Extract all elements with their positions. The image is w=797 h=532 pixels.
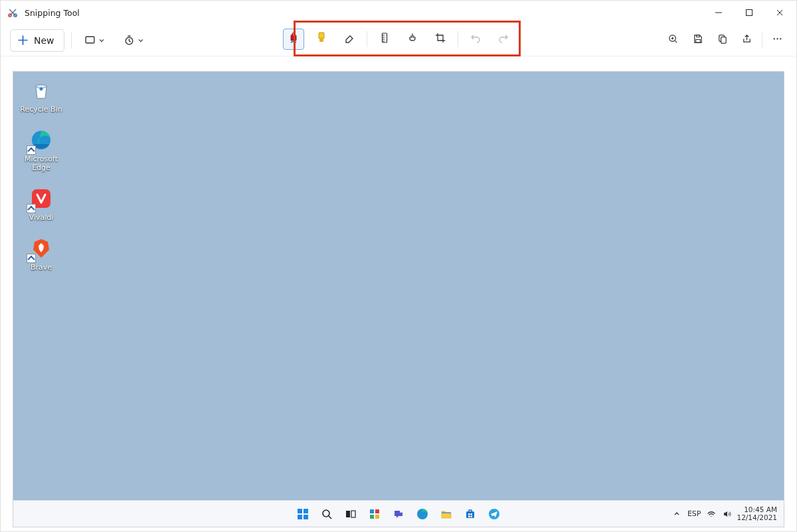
icon-label: Microsoft Edge <box>20 155 62 172</box>
icon-label: Recycle Bin <box>20 105 62 114</box>
svg-rect-26 <box>370 509 374 513</box>
icon-label: Vivaldi <box>29 213 54 222</box>
svg-point-13 <box>774 38 775 39</box>
zoom-button[interactable] <box>664 29 683 52</box>
touch-writing-button[interactable] <box>402 29 423 50</box>
tray-language[interactable]: ESP <box>687 509 701 518</box>
shortcut-overlay-icon <box>27 145 36 155</box>
save-icon <box>692 33 703 47</box>
taskbar-explorer-button[interactable] <box>438 505 455 523</box>
more-button[interactable] <box>768 29 787 52</box>
pen-tool-button[interactable] <box>283 29 304 50</box>
window-title: Snipping Tool <box>25 8 80 18</box>
app-window: Snipping Tool New <box>0 0 797 532</box>
taskbar-center <box>294 505 503 523</box>
svg-point-23 <box>323 510 329 517</box>
taskbar-store-button[interactable] <box>462 505 479 523</box>
taskbar-right: ESP 10:45 AM 12/14/2021 <box>672 501 777 527</box>
svg-rect-35 <box>468 515 470 517</box>
svg-rect-5 <box>319 33 324 39</box>
undo-button[interactable] <box>465 29 486 50</box>
delay-dropdown[interactable] <box>118 29 150 52</box>
touch-icon <box>406 32 418 46</box>
separator <box>367 31 367 47</box>
separator <box>71 33 72 48</box>
highlighter-icon <box>315 31 327 47</box>
svg-rect-19 <box>298 509 302 513</box>
svg-point-30 <box>400 510 402 513</box>
svg-rect-28 <box>370 515 374 519</box>
svg-rect-36 <box>471 515 473 517</box>
svg-rect-22 <box>304 515 308 519</box>
tray-chevron-icon[interactable] <box>672 509 682 519</box>
svg-rect-33 <box>468 513 470 515</box>
svg-rect-20 <box>304 509 308 513</box>
desktop-icons-column: Recycle Bin Microsoft Edge Vivaldi Brave <box>20 77 62 272</box>
snip-mode-dropdown[interactable] <box>78 29 111 52</box>
taskbar-start-button[interactable] <box>294 505 311 523</box>
taskbar-task-view-button[interactable] <box>342 505 359 523</box>
tray-clock[interactable]: 10:45 AM 12/14/2021 <box>737 506 777 521</box>
save-button[interactable] <box>688 29 707 52</box>
desktop-icon-recycle-bin[interactable]: Recycle Bin <box>20 77 62 114</box>
shortcut-overlay-icon <box>27 204 36 213</box>
eraser-icon <box>343 32 355 46</box>
desktop-icon-vivaldi[interactable]: Vivaldi <box>20 185 62 222</box>
maximize-button[interactable] <box>734 2 764 23</box>
desktop-icon-brave[interactable]: Brave <box>20 235 62 272</box>
share-button[interactable] <box>737 29 756 52</box>
icon-label: Brave <box>31 263 52 272</box>
svg-rect-10 <box>697 35 700 37</box>
taskbar: ESP 10:45 AM 12/14/2021 <box>13 500 784 527</box>
undo-icon <box>470 32 482 46</box>
shortcut-overlay-icon <box>27 254 36 263</box>
tray-volume-icon[interactable] <box>721 509 731 519</box>
taskbar-chat-button[interactable] <box>390 505 407 523</box>
svg-point-14 <box>776 38 778 39</box>
taskbar-widgets-button[interactable] <box>366 505 383 523</box>
pen-icon <box>288 31 300 48</box>
separator <box>458 31 458 47</box>
new-snip-label: New <box>34 35 54 46</box>
svg-rect-3 <box>86 37 94 43</box>
zoom-icon <box>667 33 679 47</box>
ruler-tool-button[interactable] <box>374 29 395 50</box>
redo-button[interactable] <box>493 29 514 50</box>
ruler-icon <box>379 32 391 46</box>
desktop-icon-microsoft-edge[interactable]: Microsoft Edge <box>20 127 62 172</box>
svg-rect-25 <box>351 511 355 517</box>
svg-rect-21 <box>298 515 302 519</box>
copy-button[interactable] <box>713 29 732 52</box>
svg-rect-2 <box>747 10 753 16</box>
more-icon <box>772 33 783 47</box>
svg-rect-24 <box>346 511 350 517</box>
canvas-area: Recycle Bin Microsoft Edge Vivaldi Brave <box>1 56 796 531</box>
minimize-button[interactable] <box>703 2 734 23</box>
right-tools-group <box>664 29 787 52</box>
toolbar: New <box>1 25 796 56</box>
crop-icon <box>434 32 446 46</box>
tray-time: 10:45 AM <box>737 506 777 514</box>
app-icon <box>7 7 18 18</box>
eraser-tool-button[interactable] <box>339 29 360 50</box>
close-button[interactable] <box>764 2 795 23</box>
svg-rect-32 <box>466 511 474 518</box>
svg-rect-6 <box>319 39 323 42</box>
taskbar-telegram-button[interactable] <box>486 505 503 523</box>
tray-date: 12/14/2021 <box>737 514 777 522</box>
desktop-wallpaper <box>13 72 784 527</box>
svg-point-15 <box>780 38 781 39</box>
svg-rect-34 <box>471 513 473 515</box>
captured-screenshot[interactable]: Recycle Bin Microsoft Edge Vivaldi Brave <box>13 71 784 527</box>
separator <box>762 33 762 48</box>
svg-rect-9 <box>696 39 701 43</box>
title-bar: Snipping Tool <box>1 1 796 25</box>
svg-rect-12 <box>721 37 727 43</box>
taskbar-search-button[interactable] <box>318 505 335 523</box>
svg-rect-27 <box>375 509 379 513</box>
tray-wifi-icon[interactable] <box>706 509 716 519</box>
taskbar-edge-button[interactable] <box>414 505 431 523</box>
crop-tool-button[interactable] <box>430 29 451 50</box>
highlighter-tool-button[interactable] <box>311 29 332 50</box>
new-snip-button[interactable]: New <box>10 29 64 52</box>
